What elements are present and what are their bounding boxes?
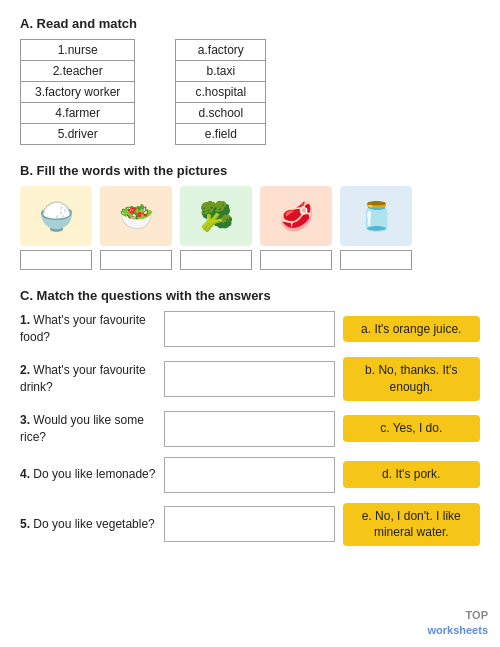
match-row: 1. What's your favourite food?a. It's or… [20, 311, 480, 347]
question-text: 2. What's your favourite drink? [20, 362, 156, 396]
food-item: 🫙 [340, 186, 412, 270]
food-emoji: 🫙 [340, 186, 412, 246]
match-row: 2. What's your favourite drink?b. No, th… [20, 357, 480, 401]
left-col-cell: 1.nurse [21, 40, 135, 61]
left-col-cell: 2.teacher [21, 61, 135, 82]
answer-label: e. No, I don't. I like mineral water. [343, 503, 481, 547]
question-text: 4. Do you like lemonade? [20, 466, 156, 483]
food-input-2[interactable] [100, 250, 172, 270]
match-row: 5. Do you like vegetable?e. No, I don't.… [20, 503, 480, 547]
answer-label: a. It's orange juice. [343, 316, 481, 343]
answer-label: c. Yes, I do. [343, 415, 481, 442]
match-container: 1.nurse2.teacher3.factory worker4.farmer… [20, 39, 480, 145]
question-num: 5. [20, 517, 30, 531]
section-b: B. Fill the words with the pictures 🍚🥗🥦🥩… [20, 163, 480, 270]
section-b-title: B. Fill the words with the pictures [20, 163, 480, 178]
answer-input-5[interactable] [164, 506, 335, 542]
question-text: 1. What's your favourite food? [20, 312, 156, 346]
answer-label: d. It's pork. [343, 461, 481, 488]
question-num: 2. [20, 363, 30, 377]
watermark: TOP worksheets [427, 608, 488, 637]
section-c: C. Match the questions with the answers … [20, 288, 480, 546]
right-col-cell: e.field [176, 124, 266, 145]
answer-input-1[interactable] [164, 311, 335, 347]
question-num: 1. [20, 313, 30, 327]
question-num: 3. [20, 413, 30, 427]
section-a: A. Read and match 1.nurse2.teacher3.fact… [20, 16, 480, 145]
right-col: a.factoryb.taxic.hospitald.schoole.field [175, 39, 266, 145]
left-col-cell: 3.factory worker [21, 82, 135, 103]
right-col-cell: a.factory [176, 40, 266, 61]
section-a-title: A. Read and match [20, 16, 480, 31]
left-col-cell: 4.farmer [21, 103, 135, 124]
food-emoji: 🥗 [100, 186, 172, 246]
left-col-cell: 5.driver [21, 124, 135, 145]
right-col-cell: d.school [176, 103, 266, 124]
match-row: 3. Would you like some rice?c. Yes, I do… [20, 411, 480, 447]
food-images: 🍚🥗🥦🥩🫙 [20, 186, 480, 270]
food-input-3[interactable] [180, 250, 252, 270]
question-num: 4. [20, 467, 30, 481]
left-col: 1.nurse2.teacher3.factory worker4.farmer… [20, 39, 135, 145]
food-input-1[interactable] [20, 250, 92, 270]
food-item: 🥗 [100, 186, 172, 270]
food-emoji: 🍚 [20, 186, 92, 246]
right-col-cell: b.taxi [176, 61, 266, 82]
question-text: 3. Would you like some rice? [20, 412, 156, 446]
question-text: 5. Do you like vegetable? [20, 516, 156, 533]
watermark-top: TOP [427, 608, 488, 622]
food-item: 🥦 [180, 186, 252, 270]
section-c-title: C. Match the questions with the answers [20, 288, 480, 303]
food-input-4[interactable] [260, 250, 332, 270]
match-rows: 1. What's your favourite food?a. It's or… [20, 311, 480, 546]
food-input-5[interactable] [340, 250, 412, 270]
food-emoji: 🥩 [260, 186, 332, 246]
food-item: 🥩 [260, 186, 332, 270]
food-item: 🍚 [20, 186, 92, 270]
answer-input-4[interactable] [164, 457, 335, 493]
answer-input-2[interactable] [164, 361, 335, 397]
match-row: 4. Do you like lemonade?d. It's pork. [20, 457, 480, 493]
right-col-cell: c.hospital [176, 82, 266, 103]
answer-label: b. No, thanks. It's enough. [343, 357, 481, 401]
watermark-bottom: worksheets [427, 623, 488, 637]
food-emoji: 🥦 [180, 186, 252, 246]
answer-input-3[interactable] [164, 411, 335, 447]
